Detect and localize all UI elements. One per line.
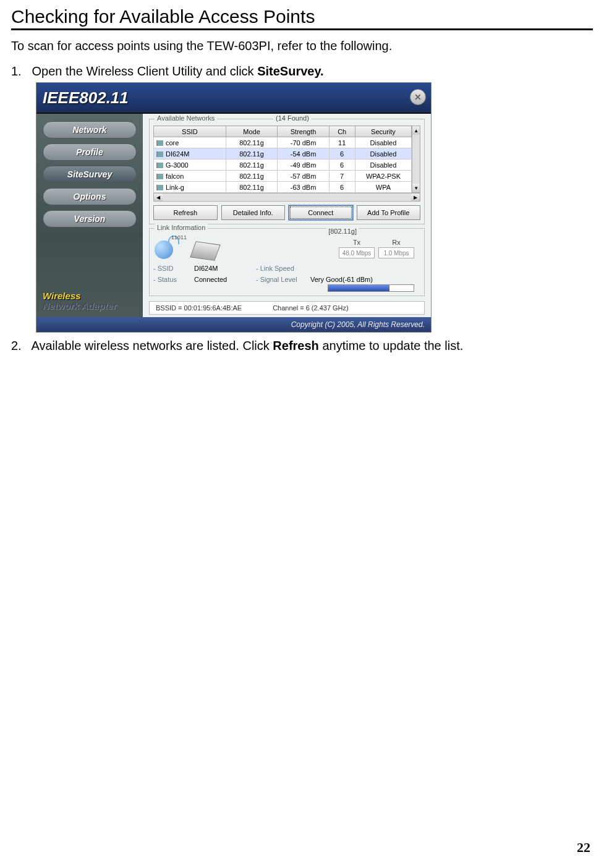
step-1-num: 1. [11,64,28,79]
detailed-info-button[interactable]: Detailed Info. [221,205,286,220]
cell-ssid: core [154,137,226,148]
step-1-text-a: Open the Wireless Client Utility and cli… [32,64,258,78]
network-icon [156,185,163,190]
cell-strength: -70 dBm [278,137,329,148]
main-panel: Available Networks (14 Found) SSID Mode … [143,114,431,317]
cell-ssid: falcon [154,171,226,182]
app-window: IEEE802.11 ✕ Network Profile SiteSurvey … [36,82,432,333]
nav-version[interactable]: Version [43,210,137,228]
available-networks-group: Available Networks (14 Found) SSID Mode … [149,119,425,224]
sidebar-footer-2: Network Adapter [43,301,137,311]
app-title: IEEE802.11 [43,88,129,108]
sidebar-footer-1: Wireless [43,291,137,301]
step-1-text-b: SiteSurvey. [257,64,323,78]
cell-mode: 802.11g [226,137,277,148]
network-icon [156,151,163,157]
available-label: Available Networks [155,114,217,122]
wifi-num: 11011 [171,234,187,240]
page-number: 22 [577,840,590,856]
step-1: 1. Open the Wireless Client Utility and … [11,64,593,79]
col-ssid[interactable]: SSID [154,126,226,137]
table-row[interactable]: G-3000802.11g-49 dBm6Disabled [154,160,412,171]
connect-button[interactable]: Connect [289,205,353,220]
rx-label: Rx [392,239,400,246]
scroll-left-icon[interactable]: ◀ [154,194,163,201]
step-2-num: 2. [11,339,28,353]
nav-options[interactable]: Options [43,188,137,205]
status-val: Connected [194,276,250,283]
network-icon [156,174,163,179]
cell-mode: 802.11g [226,160,277,171]
found-count: (14 Found) [273,114,312,122]
bssid-row: BSSID = 00:01:95:6A:4B:AE Channel = 6 (2… [149,301,425,315]
cell-security: Disabled [355,148,412,160]
cell-strength: -49 dBm [278,160,329,171]
step-2-text-c: anytime to update the list. [319,339,463,352]
scroll-up-icon[interactable]: ▲ [412,126,420,135]
cell-mode: 802.11g [226,182,277,193]
network-icon [156,163,163,168]
tx-label: Tx [353,239,360,246]
signal-bar [328,284,414,292]
tx-value: 48.0 Mbps [339,247,375,258]
col-mode[interactable]: Mode [226,126,277,137]
refresh-button[interactable]: Refresh [153,205,218,220]
link-info-label: Link Information [155,224,208,231]
signal-val: Very Good(-61 dBm) [310,276,373,283]
cell-security: Disabled [355,160,412,171]
table-row[interactable]: Link-g802.11g-63 dBm6WPA [154,182,412,193]
step-2: 2. Available wireless networks are liste… [11,339,593,353]
scroll-right-icon[interactable]: ▶ [411,194,420,201]
table-row[interactable]: DI624M802.11g-54 dBm6Disabled [154,148,412,160]
sidebar: Network Profile SiteSurvey Options Versi… [36,114,143,317]
cell-mode: 802.11g [226,148,277,160]
cell-strength: -63 dBm [278,182,329,193]
rx-value: 1.0 Mbps [378,247,414,258]
mode-tag: [802.11g] [326,228,359,235]
cell-mode: 802.11g [226,171,277,182]
ssid-val: DI624M [194,265,250,272]
v-scrollbar[interactable]: ▲ ▼ [412,126,420,193]
scroll-down-icon[interactable]: ▼ [412,184,420,192]
networks-table: SSID Mode Strength Ch Security core802.1… [153,126,412,193]
cell-strength: -57 dBm [278,171,329,182]
col-ch[interactable]: Ch [329,126,355,137]
signal-key: - Signal Level [256,276,304,283]
ssid-key: - SSID [153,265,188,272]
cell-ssid: DI624M [154,148,226,160]
intro-text: To scan for access points using the TEW-… [11,39,593,53]
nav-profile[interactable]: Profile [43,143,137,161]
h-scrollbar[interactable]: ◀ ▶ [153,193,420,202]
cell-security: Disabled [355,137,412,148]
cell-ssid: G-3000 [154,160,226,171]
nav-sitesurvey[interactable]: SiteSurvey [43,166,137,183]
table-row[interactable]: falcon802.11g-57 dBm7WPA2-PSK [154,171,412,182]
link-info-group: Link Information 11011 [802.11g] Tx 48.0… [149,228,425,296]
cell-ch: 6 [329,182,355,193]
channel-text: Channel = 6 (2.437 GHz) [273,304,349,312]
cell-security: WPA2-PSK [355,171,412,182]
col-strength[interactable]: Strength [278,126,329,137]
table-row[interactable]: core802.11g-70 dBm11Disabled [154,137,412,148]
cell-ch: 11 [329,137,355,148]
speed-key: - Link Speed [256,265,304,272]
status-key: - Status [153,276,188,283]
adapter-icon [190,241,220,261]
col-security[interactable]: Security [355,126,412,137]
cell-security: WPA [355,182,412,193]
cell-strength: -54 dBm [278,148,329,160]
cell-ch: 7 [329,171,355,182]
bssid-text: BSSID = 00:01:95:6A:4B:AE [156,304,242,312]
cell-ch: 6 [329,160,355,171]
wifi-globe-icon: 11011 [153,236,181,260]
close-icon[interactable]: ✕ [410,89,426,105]
add-to-profile-button[interactable]: Add To Profile [357,205,421,220]
cell-ssid: Link-g [154,182,226,193]
cell-ch: 6 [329,148,355,160]
nav-network[interactable]: Network [43,121,137,138]
page-heading: Checking for Available Access Points [11,6,593,30]
app-footer: Copyright (C) 2005, All Rights Reserved. [36,317,431,332]
step-2-text-a: Available wireless networks are listed. … [31,339,273,352]
network-icon [156,140,163,146]
titlebar: IEEE802.11 ✕ [36,83,431,114]
